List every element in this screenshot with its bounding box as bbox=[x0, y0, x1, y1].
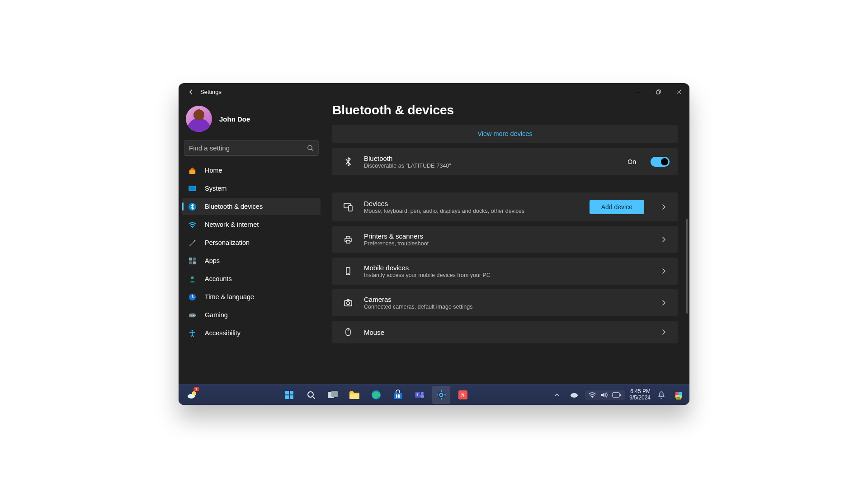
row-title: Mobile devices bbox=[364, 264, 648, 272]
taskbar-explorer[interactable] bbox=[345, 386, 363, 404]
svg-rect-57 bbox=[613, 393, 619, 397]
bluetooth-icon bbox=[188, 202, 197, 211]
sidebar-item-network[interactable]: Network & internet bbox=[182, 216, 321, 233]
chevron-right-icon[interactable] bbox=[658, 236, 670, 243]
view-more-label: View more devices bbox=[477, 130, 532, 137]
svg-text:PRE: PRE bbox=[676, 397, 680, 399]
devices-icon bbox=[342, 202, 354, 212]
windows-icon bbox=[284, 389, 295, 400]
svg-point-5 bbox=[192, 227, 193, 228]
svg-rect-19 bbox=[346, 236, 350, 238]
sidebar: John Doe Home System bbox=[179, 100, 324, 384]
bluetooth-toggle[interactable] bbox=[651, 157, 670, 167]
taskbar-edge[interactable] bbox=[367, 386, 385, 404]
search-input[interactable] bbox=[189, 144, 307, 152]
battery-icon bbox=[612, 392, 621, 398]
sidebar-item-label: Accounts bbox=[205, 275, 232, 282]
sidebar-item-accessibility[interactable]: Accessibility bbox=[182, 324, 321, 342]
bell-icon bbox=[658, 391, 665, 399]
back-arrow-icon bbox=[188, 89, 194, 95]
add-device-button[interactable]: Add device bbox=[590, 200, 644, 214]
bluetooth-subtitle: Discoverable as "LATITUDE-7340" bbox=[364, 163, 618, 169]
gear-icon bbox=[436, 389, 447, 400]
svg-text:S: S bbox=[461, 392, 465, 399]
taskbar-teams[interactable]: T bbox=[410, 386, 429, 404]
cameras-row[interactable]: Cameras Connected cameras, default image… bbox=[332, 289, 678, 316]
bluetooth-icon bbox=[342, 156, 354, 167]
taskview-icon bbox=[327, 390, 338, 399]
copilot-button[interactable]: PRE bbox=[672, 386, 685, 404]
sidebar-item-bluetooth-devices[interactable]: Bluetooth & devices bbox=[182, 198, 321, 215]
apps-icon bbox=[188, 256, 197, 265]
view-more-devices-link[interactable]: View more devices bbox=[332, 125, 678, 143]
sidebar-item-gaming[interactable]: Gaming bbox=[182, 306, 321, 324]
close-button[interactable] bbox=[669, 83, 689, 100]
svg-rect-8 bbox=[189, 261, 192, 264]
minimize-button[interactable] bbox=[627, 83, 648, 100]
svg-point-45 bbox=[421, 392, 424, 394]
svg-rect-40 bbox=[398, 394, 400, 396]
svg-rect-23 bbox=[344, 300, 352, 306]
taskbar-start[interactable] bbox=[280, 386, 298, 404]
svg-point-14 bbox=[193, 315, 194, 316]
tray-overflow[interactable] bbox=[551, 386, 563, 404]
copilot-icon: PRE bbox=[674, 390, 684, 400]
chevron-right-icon[interactable] bbox=[658, 329, 670, 335]
sidebar-item-label: System bbox=[205, 185, 226, 192]
sidebar-item-home[interactable]: Home bbox=[182, 162, 321, 179]
taskbar-clock[interactable]: 6:45 PM 9/5/2024 bbox=[629, 389, 651, 401]
mouse-row[interactable]: Mouse bbox=[332, 321, 678, 343]
row-title: Cameras bbox=[364, 296, 648, 303]
sidebar-item-label: Time & language bbox=[205, 293, 254, 300]
tray-onedrive[interactable] bbox=[568, 386, 580, 404]
bluetooth-title: Bluetooth bbox=[364, 155, 618, 162]
edge-icon bbox=[371, 389, 382, 400]
window-body: John Doe Home System bbox=[179, 100, 689, 384]
page-title: Bluetooth & devices bbox=[332, 103, 678, 117]
svg-point-33 bbox=[308, 392, 313, 397]
search-box[interactable] bbox=[184, 140, 319, 155]
mobile-devices-row[interactable]: Mobile devices Instantly access your mob… bbox=[332, 258, 678, 285]
maximize-button[interactable] bbox=[648, 83, 669, 100]
taskbar-settings[interactable] bbox=[432, 386, 450, 404]
maximize-icon bbox=[656, 89, 661, 94]
svg-rect-30 bbox=[290, 391, 293, 394]
sidebar-item-label: Home bbox=[205, 167, 222, 174]
taskbar-snagit[interactable]: S bbox=[454, 386, 472, 404]
svg-point-1 bbox=[308, 145, 312, 149]
back-button[interactable] bbox=[184, 89, 198, 95]
sidebar-item-personalization[interactable]: Personalization bbox=[182, 234, 321, 251]
scrollbar[interactable] bbox=[686, 219, 688, 314]
svg-rect-17 bbox=[349, 206, 352, 211]
wifi-icon bbox=[188, 220, 197, 229]
user-profile[interactable]: John Doe bbox=[182, 100, 321, 140]
notifications-button[interactable] bbox=[655, 386, 668, 404]
taskbar-search[interactable] bbox=[302, 386, 320, 404]
sidebar-item-accounts[interactable]: Accounts bbox=[182, 270, 321, 287]
svg-rect-36 bbox=[349, 394, 359, 399]
chevron-right-icon[interactable] bbox=[658, 204, 670, 210]
svg-point-10 bbox=[191, 276, 193, 279]
svg-text:T: T bbox=[416, 393, 419, 397]
taskbar: 1 T bbox=[179, 384, 689, 405]
system-tray[interactable] bbox=[585, 390, 625, 400]
row-title: Printers & scanners bbox=[364, 232, 648, 240]
devices-row[interactable]: Devices Mouse, keyboard, pen, audio, dis… bbox=[332, 192, 678, 221]
settings-window: Settings John Doe bbox=[179, 83, 689, 405]
search-icon bbox=[306, 390, 316, 400]
sidebar-item-label: Network & internet bbox=[205, 221, 259, 228]
row-sub: Preferences, troubleshoot bbox=[364, 240, 648, 247]
sidebar-item-time-language[interactable]: Time & language bbox=[182, 288, 321, 305]
printers-scanners-row[interactable]: Printers & scanners Preferences, trouble… bbox=[332, 226, 678, 253]
taskbar-store[interactable] bbox=[389, 386, 407, 404]
svg-point-22 bbox=[348, 273, 348, 274]
sidebar-item-apps[interactable]: Apps bbox=[182, 252, 321, 269]
close-icon bbox=[677, 89, 682, 94]
search-icon bbox=[307, 145, 314, 151]
taskbar-taskview[interactable] bbox=[324, 386, 342, 404]
svg-point-15 bbox=[191, 329, 193, 331]
chevron-right-icon[interactable] bbox=[658, 300, 670, 306]
sidebar-item-system[interactable]: System bbox=[182, 180, 321, 197]
taskbar-weather[interactable]: 1 bbox=[183, 386, 201, 404]
chevron-right-icon[interactable] bbox=[658, 268, 670, 274]
